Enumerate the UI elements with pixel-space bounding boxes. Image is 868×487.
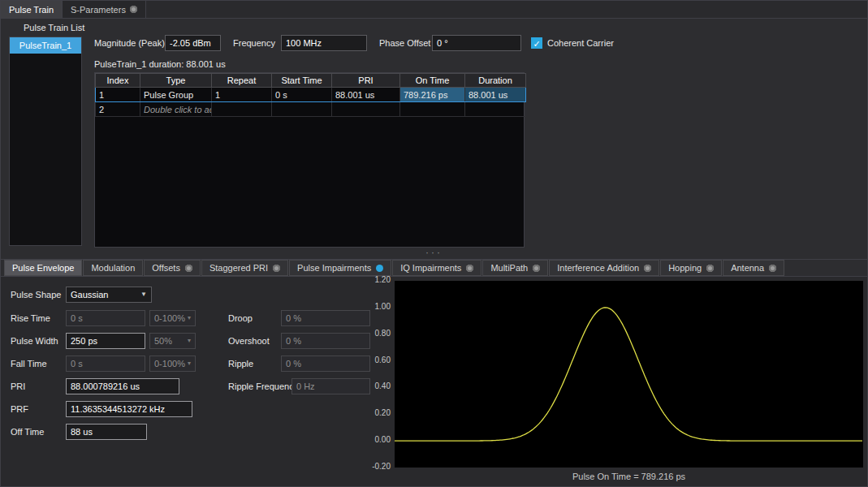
table-row-2[interactable]: 2 Double click to add: [96, 102, 526, 117]
col-header-duration[interactable]: Duration: [465, 74, 526, 88]
envelope-chart-curve: [395, 281, 863, 468]
y-axis-tick: 0.20: [356, 408, 391, 417]
y-axis-tick: 0.80: [356, 329, 391, 338]
cell-empty[interactable]: [465, 102, 526, 117]
splitter-handle[interactable]: ···: [1, 248, 867, 259]
pulse-width-unit-value: 50%: [154, 336, 172, 346]
cell-start-time[interactable]: 0 s: [272, 88, 332, 102]
hopping-status-icon: [706, 265, 714, 272]
droop-input: 0 %: [281, 310, 370, 326]
tab-multipath[interactable]: MultiPath: [482, 260, 548, 276]
tab-antenna[interactable]: Antenna: [723, 260, 784, 276]
tab-iq-impairments[interactable]: IQ Impairments: [392, 260, 482, 276]
col-header-repeat[interactable]: Repeat: [212, 74, 272, 88]
phase-offset-input[interactable]: 0 °: [432, 35, 521, 51]
cell-duration[interactable]: 88.001 us: [465, 88, 526, 102]
off-time-input[interactable]: 88 us: [66, 424, 147, 440]
fall-time-input: 0 s: [66, 356, 145, 372]
cell-empty[interactable]: [272, 102, 332, 117]
interference-addition-status-icon: [644, 265, 651, 272]
tab-s-parameters[interactable]: S-Parameters: [63, 1, 146, 18]
tab-pulse-envelope[interactable]: Pulse Envelope: [4, 260, 82, 276]
y-axis-tick: 1.20: [356, 275, 391, 284]
magnitude-input[interactable]: -2.05 dBm: [165, 35, 221, 51]
multipath-status-icon: [533, 265, 540, 272]
pri-input[interactable]: 88.000789216 us: [66, 378, 179, 394]
cell-add-placeholder[interactable]: Double click to add: [140, 102, 212, 117]
col-header-on-time[interactable]: On Time: [400, 74, 465, 88]
tab-hopping[interactable]: Hopping: [660, 260, 722, 276]
chevron-down-icon: ▾: [188, 334, 191, 348]
overshoot-label: Overshoot: [228, 333, 270, 349]
y-axis-tick: 0.60: [356, 356, 391, 364]
tab-s-parameters-label: S-Parameters: [71, 5, 126, 15]
droop-label: Droop: [228, 310, 253, 326]
pulse-width-input[interactable]: 250 ps: [66, 333, 145, 349]
frequency-label: Frequency: [233, 35, 275, 51]
pri-label: PRI: [11, 378, 25, 394]
chevron-down-icon: ▾: [188, 311, 191, 325]
tab-modulation-label: Modulation: [91, 263, 135, 273]
cell-repeat[interactable]: 1: [212, 88, 272, 102]
table-row-1[interactable]: 1 Pulse Group 1 0 s 88.001 us 789.216 ps…: [96, 88, 526, 102]
tab-modulation[interactable]: Modulation: [83, 260, 143, 276]
phase-offset-label: Phase Offset: [379, 35, 430, 51]
rise-time-unit-value: 0-100%: [154, 313, 185, 323]
iq-impairments-status-icon: [466, 265, 473, 272]
prf-input[interactable]: 11.3635344513272 kHz: [66, 401, 192, 417]
tab-interference-addition-label: Interference Addition: [557, 263, 639, 273]
table-header-row: Index Type Repeat Start Time PRI On Time…: [96, 74, 526, 88]
y-axis-tick: 0.00: [356, 435, 391, 444]
chevron-down-icon: ▾: [188, 356, 191, 371]
antenna-status-icon: [769, 265, 776, 272]
cell-empty[interactable]: [212, 102, 272, 117]
y-axis-tick: 1.00: [356, 302, 391, 311]
pulse-shape-dropdown[interactable]: Gaussian ▼: [66, 287, 152, 303]
tab-interference-addition[interactable]: Interference Addition: [549, 260, 659, 276]
fall-time-label: Fall Time: [11, 356, 47, 372]
duration-text: PulseTrain_1 duration: 88.001 us: [94, 56, 226, 72]
pulse-train-list-title: Pulse Train List: [24, 23, 84, 32]
app-window: Pulse Train S-Parameters Pulse Train Lis…: [0, 0, 868, 487]
coherent-carrier-label: Coherent Carrier: [547, 35, 614, 51]
tab-pulse-train[interactable]: Pulse Train: [1, 1, 63, 18]
col-header-pri[interactable]: PRI: [332, 74, 400, 88]
pulse-train-list[interactable]: PulseTrain_1: [9, 37, 82, 246]
pulse-sequence-table: Index Type Repeat Start Time PRI On Time…: [94, 72, 525, 248]
tab-offsets-label: Offsets: [152, 263, 180, 273]
magnitude-label: Magnitude (Peak): [94, 35, 165, 51]
cell-index[interactable]: 2: [96, 102, 140, 117]
cell-pri[interactable]: 88.001 us: [332, 88, 400, 102]
cell-empty[interactable]: [332, 102, 400, 117]
col-header-start-time[interactable]: Start Time: [272, 74, 332, 88]
tab-multipath-label: MultiPath: [490, 263, 528, 273]
tab-pulse-impairments[interactable]: Pulse Impairments: [289, 260, 391, 276]
ripple-label: Ripple: [228, 356, 253, 372]
coherent-carrier-checkbox[interactable]: [531, 37, 542, 49]
cell-index[interactable]: 1: [96, 88, 140, 102]
tab-offsets[interactable]: Offsets: [144, 260, 201, 276]
col-header-index[interactable]: Index: [96, 74, 140, 88]
rise-time-input: 0 s: [66, 310, 145, 326]
pulse-shape-value: Gaussian: [71, 290, 108, 300]
cell-type[interactable]: Pulse Group: [140, 88, 212, 102]
tab-hopping-label: Hopping: [668, 263, 702, 273]
offsets-status-icon: [185, 265, 192, 272]
cell-empty[interactable]: [400, 102, 465, 117]
tab-staggered-pri[interactable]: Staggered PRI: [201, 260, 288, 276]
frequency-input[interactable]: 100 MHz: [281, 35, 367, 51]
rise-time-label: Rise Time: [11, 310, 50, 326]
list-item-pulsetrain-1[interactable]: PulseTrain_1: [10, 37, 81, 54]
tab-pulse-envelope-label: Pulse Envelope: [12, 263, 74, 273]
chevron-down-icon: ▼: [140, 287, 147, 302]
bottom-tab-bar: Pulse Envelope Modulation Offsets Stagge…: [1, 259, 867, 277]
col-header-type[interactable]: Type: [140, 74, 212, 88]
tab-pulse-train-label: Pulse Train: [9, 5, 54, 15]
cell-on-time[interactable]: 789.216 ps: [400, 88, 465, 102]
splitter-dots-icon: ···: [425, 247, 443, 258]
y-axis-tick: 0.40: [356, 381, 391, 390]
chart-caption: Pulse On Time = 789.216 ps: [395, 472, 863, 481]
tab-antenna-label: Antenna: [731, 263, 764, 273]
s-parameters-status-icon: [130, 6, 137, 13]
pulse-shape-label: Pulse Shape: [11, 287, 61, 303]
